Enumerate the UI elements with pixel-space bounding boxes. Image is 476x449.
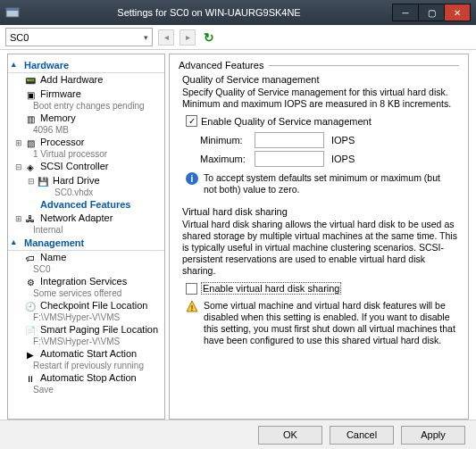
- tree-name[interactable]: 🏷 Name: [8, 251, 164, 265]
- tree-network-adapter[interactable]: ⊞🖧 Network Adapter: [8, 212, 164, 226]
- qos-desc: Specify Quality of Service management fo…: [182, 87, 459, 110]
- qos-heading: Quality of Service management: [182, 74, 459, 85]
- tree-smartpaging[interactable]: 📄 Smart Paging File Location: [8, 323, 164, 337]
- tree-autostart[interactable]: ▶ Automatic Start Action: [8, 347, 164, 362]
- start-icon: ▶: [24, 348, 37, 361]
- tree-chk-sub: F:\VMS\Hyper-V\VMS: [33, 312, 164, 322]
- chevron-down-icon: ▾: [144, 33, 148, 42]
- maximum-input[interactable]: [255, 151, 324, 167]
- memory-icon: ▥: [24, 112, 37, 125]
- min-unit: IOPS: [331, 135, 355, 146]
- detail-title: Advanced Features: [179, 60, 263, 71]
- vhd-desc: Virtual hard disk sharing allows the vir…: [182, 219, 459, 277]
- svg-rect-1: [6, 8, 19, 11]
- svg-text:!: !: [191, 303, 194, 312]
- apply-button[interactable]: Apply: [401, 426, 465, 445]
- maximize-button[interactable]: ▢: [418, 4, 445, 21]
- qos-info: i To accept system defaults set minimum …: [186, 172, 455, 195]
- info-icon: i: [186, 172, 198, 185]
- settings-icon: [5, 5, 20, 20]
- close-button[interactable]: ✕: [444, 4, 471, 21]
- tree-checkpoint[interactable]: 🕘 Checkpoint File Location: [8, 299, 164, 313]
- tree-astart-sub: Restart if previously running: [33, 361, 164, 370]
- chip-icon: ▣: [24, 88, 37, 101]
- settings-tree: Hardware 📟 Add Hardware ▣ Firmware Boot …: [7, 54, 165, 420]
- vhd-enable-label: Enable virtual hard disk sharing: [201, 282, 341, 295]
- stop-icon: ⏸: [24, 372, 37, 385]
- checkpoint-icon: 🕘: [24, 300, 37, 312]
- cpu-icon: ▧: [24, 137, 37, 149]
- vhd-heading: Virtual hard disk sharing: [182, 206, 459, 217]
- ok-button[interactable]: OK: [258, 426, 322, 445]
- paging-icon: 📄: [24, 324, 37, 337]
- tree-name-sub: SC0: [33, 264, 164, 274]
- tag-icon: 🏷: [24, 252, 37, 264]
- qos-enable-label: Enable Quality of Service management: [201, 116, 372, 127]
- minimize-button[interactable]: ─: [392, 4, 419, 21]
- checkbox-unchecked-icon: [186, 283, 197, 295]
- nav-back-button[interactable]: ◂: [158, 29, 174, 46]
- warning-icon: !: [186, 300, 198, 312]
- hard-drive-icon: 💾: [37, 175, 49, 187]
- network-icon: 🖧: [24, 212, 37, 225]
- nav-forward-button[interactable]: ▸: [180, 29, 196, 46]
- tree-smart-sub: F:\VMS\Hyper-V\VMS: [33, 337, 164, 346]
- vhd-enable-checkbox[interactable]: Enable virtual hard disk sharing: [186, 282, 459, 295]
- tree-firmware-sub: Boot entry changes pending: [33, 101, 164, 111]
- checkbox-checked-icon: ✓: [186, 115, 197, 127]
- tree-astop-sub: Save: [33, 385, 164, 395]
- tree-advanced-features[interactable]: Advanced Features: [8, 198, 164, 212]
- tree-scsi[interactable]: ⊟◈ SCSI Controller: [8, 160, 164, 174]
- services-icon: ⚙: [24, 276, 37, 288]
- vhd-warn-text: Some virtual machine and virtual hard di…: [204, 300, 455, 346]
- tree-add-hardware[interactable]: 📟 Add Hardware: [8, 73, 164, 87]
- tree-hdd-sub: SC0.vhdx: [54, 187, 164, 197]
- category-management[interactable]: Management: [8, 236, 164, 251]
- category-hardware[interactable]: Hardware: [8, 58, 164, 73]
- vhd-warning: ! Some virtual machine and virtual hard …: [186, 300, 455, 346]
- minimum-row: Minimum: IOPS: [200, 132, 459, 148]
- detail-title-row: Advanced Features: [179, 60, 459, 71]
- maximum-row: Maximum: IOPS: [200, 151, 459, 167]
- refresh-button[interactable]: ↻: [201, 29, 217, 46]
- max-unit: IOPS: [331, 154, 355, 164]
- tree-memory[interactable]: ▥ Memory: [8, 112, 164, 126]
- scsi-icon: ◈: [24, 161, 37, 173]
- tree-integration[interactable]: ⚙ Integration Services: [8, 275, 164, 289]
- toolbar: SC0 ▾ ◂ ▸ ↻: [0, 25, 476, 50]
- tree-processor[interactable]: ⊞▧ Processor: [8, 136, 164, 150]
- window-title: Settings for SC0 on WIN-UAURG9SK4NE: [25, 7, 393, 18]
- qos-info-text: To accept system defaults set minimum or…: [204, 172, 455, 195]
- tree-autostop[interactable]: ⏸ Automatic Stop Action: [8, 371, 164, 386]
- maximum-label: Maximum:: [200, 154, 249, 164]
- tree-net-sub: Internal: [33, 225, 164, 235]
- add-hardware-icon: 📟: [24, 74, 37, 87]
- tree-firmware[interactable]: ▣ Firmware: [8, 87, 164, 102]
- vm-selector-value: SC0: [10, 32, 29, 43]
- qos-enable-checkbox[interactable]: ✓ Enable Quality of Service management: [186, 115, 459, 127]
- tree-hard-drive[interactable]: ⊟💾 Hard Drive: [8, 174, 164, 188]
- tree-processor-sub: 1 Virtual processor: [33, 149, 164, 159]
- minimum-label: Minimum:: [200, 135, 249, 146]
- tree-memory-sub: 4096 MB: [33, 125, 164, 135]
- dialog-buttons: OK Cancel Apply: [0, 420, 476, 449]
- vm-selector[interactable]: SC0 ▾: [5, 28, 153, 46]
- minimum-input[interactable]: [255, 132, 324, 148]
- cancel-button[interactable]: Cancel: [330, 426, 394, 445]
- tree-integ-sub: Some services offered: [33, 288, 164, 298]
- titlebar: Settings for SC0 on WIN-UAURG9SK4NE ─ ▢ …: [0, 0, 476, 25]
- detail-pane: Advanced Features Quality of Service man…: [169, 54, 469, 420]
